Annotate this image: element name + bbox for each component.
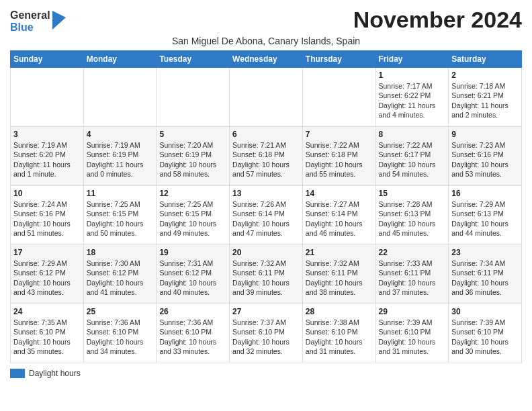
calendar-cell: 27Sunrise: 7:37 AM Sunset: 6:10 PM Dayli… [230,304,303,363]
day-info: Sunrise: 7:36 AM Sunset: 6:10 PM Dayligh… [87,318,154,356]
calendar-cell [230,68,303,127]
calendar-cell: 19Sunrise: 7:31 AM Sunset: 6:12 PM Dayli… [157,245,230,304]
legend-label: Daylight hours [29,369,81,378]
day-number: 24 [13,307,81,316]
weekday-header-friday: Friday [375,51,449,68]
calendar-cell: 22Sunrise: 7:33 AM Sunset: 6:11 PM Dayli… [375,245,449,304]
calendar-cell: 21Sunrise: 7:32 AM Sunset: 6:11 PM Dayli… [302,245,375,304]
weekday-header-sunday: Sunday [11,51,84,68]
calendar-cell: 1Sunrise: 7:17 AM Sunset: 6:22 PM Daylig… [375,68,449,127]
calendar-cell: 30Sunrise: 7:39 AM Sunset: 6:10 PM Dayli… [449,304,522,363]
day-info: Sunrise: 7:34 AM Sunset: 6:11 PM Dayligh… [451,259,519,297]
logo-icon [52,11,66,30]
day-number: 4 [87,130,154,139]
svg-marker-0 [52,11,66,30]
calendar-cell: 16Sunrise: 7:29 AM Sunset: 6:13 PM Dayli… [449,186,522,245]
day-info: Sunrise: 7:22 AM Sunset: 6:18 PM Dayligh… [306,140,373,179]
logo-general: General [10,9,50,21]
day-number: 28 [306,307,373,316]
legend: Daylight hours [10,369,522,378]
calendar-cell: 14Sunrise: 7:27 AM Sunset: 6:14 PM Dayli… [302,186,375,245]
day-number: 7 [306,130,373,139]
day-info: Sunrise: 7:22 AM Sunset: 6:17 PM Dayligh… [379,140,446,179]
day-number: 1 [379,71,446,80]
calendar-cell: 29Sunrise: 7:39 AM Sunset: 6:10 PM Dayli… [375,304,449,363]
logo: General Blue [10,9,66,33]
calendar-table: SundayMondayTuesdayWednesdayThursdayFrid… [10,50,522,363]
day-info: Sunrise: 7:31 AM Sunset: 6:12 PM Dayligh… [159,259,226,297]
day-number: 6 [232,130,300,139]
day-info: Sunrise: 7:35 AM Sunset: 6:10 PM Dayligh… [13,318,81,356]
day-number: 2 [451,71,519,80]
day-info: Sunrise: 7:23 AM Sunset: 6:16 PM Dayligh… [451,140,519,179]
calendar-cell: 2Sunrise: 7:18 AM Sunset: 6:21 PM Daylig… [449,68,522,127]
day-number: 10 [13,189,81,198]
calendar-cell: 9Sunrise: 7:23 AM Sunset: 6:16 PM Daylig… [449,127,522,186]
logo-blue: Blue [10,21,50,34]
day-info: Sunrise: 7:36 AM Sunset: 6:10 PM Dayligh… [159,318,226,356]
calendar-cell: 24Sunrise: 7:35 AM Sunset: 6:10 PM Dayli… [11,304,84,363]
day-number: 12 [159,189,226,198]
weekday-header-wednesday: Wednesday [230,51,303,68]
calendar-cell: 15Sunrise: 7:28 AM Sunset: 6:13 PM Dayli… [375,186,449,245]
day-number: 11 [87,189,154,198]
day-number: 3 [13,130,81,139]
day-info: Sunrise: 7:24 AM Sunset: 6:16 PM Dayligh… [13,199,81,238]
day-info: Sunrise: 7:39 AM Sunset: 6:10 PM Dayligh… [379,318,446,356]
day-info: Sunrise: 7:17 AM Sunset: 6:22 PM Dayligh… [379,81,446,120]
day-info: Sunrise: 7:28 AM Sunset: 6:13 PM Dayligh… [379,199,446,238]
day-info: Sunrise: 7:38 AM Sunset: 6:10 PM Dayligh… [306,318,373,356]
day-number: 29 [379,307,446,316]
calendar-cell: 3Sunrise: 7:19 AM Sunset: 6:20 PM Daylig… [11,127,84,186]
calendar-cell: 7Sunrise: 7:22 AM Sunset: 6:18 PM Daylig… [302,127,375,186]
week-row-2: 3Sunrise: 7:19 AM Sunset: 6:20 PM Daylig… [11,127,522,186]
day-number: 8 [379,130,446,139]
calendar-cell [11,68,84,127]
calendar-cell: 10Sunrise: 7:24 AM Sunset: 6:16 PM Dayli… [11,186,84,245]
day-info: Sunrise: 7:19 AM Sunset: 6:20 PM Dayligh… [13,140,81,179]
day-number: 14 [306,189,373,198]
weekday-header-row: SundayMondayTuesdayWednesdayThursdayFrid… [11,51,522,68]
day-info: Sunrise: 7:30 AM Sunset: 6:12 PM Dayligh… [87,259,154,297]
weekday-header-thursday: Thursday [302,51,375,68]
day-info: Sunrise: 7:39 AM Sunset: 6:10 PM Dayligh… [451,318,519,356]
day-info: Sunrise: 7:29 AM Sunset: 6:13 PM Dayligh… [451,199,519,238]
header: General Blue November 2024 [10,7,522,33]
calendar-cell: 4Sunrise: 7:19 AM Sunset: 6:19 PM Daylig… [83,127,157,186]
calendar-cell: 6Sunrise: 7:21 AM Sunset: 6:18 PM Daylig… [230,127,303,186]
calendar-cell: 23Sunrise: 7:34 AM Sunset: 6:11 PM Dayli… [449,245,522,304]
legend-color-box [10,369,25,378]
day-info: Sunrise: 7:18 AM Sunset: 6:21 PM Dayligh… [451,81,519,120]
calendar-cell: 8Sunrise: 7:22 AM Sunset: 6:17 PM Daylig… [375,127,449,186]
day-number: 17 [13,248,81,257]
calendar-cell: 25Sunrise: 7:36 AM Sunset: 6:10 PM Dayli… [83,304,157,363]
weekday-header-tuesday: Tuesday [157,51,230,68]
day-info: Sunrise: 7:25 AM Sunset: 6:15 PM Dayligh… [87,199,154,238]
calendar-cell: 28Sunrise: 7:38 AM Sunset: 6:10 PM Dayli… [302,304,375,363]
weekday-header-saturday: Saturday [449,51,522,68]
day-number: 27 [232,307,300,316]
day-info: Sunrise: 7:19 AM Sunset: 6:19 PM Dayligh… [87,140,154,179]
day-number: 13 [232,189,300,198]
day-info: Sunrise: 7:25 AM Sunset: 6:15 PM Dayligh… [159,199,226,238]
day-info: Sunrise: 7:33 AM Sunset: 6:11 PM Dayligh… [379,259,446,297]
day-number: 9 [451,130,519,139]
day-info: Sunrise: 7:26 AM Sunset: 6:14 PM Dayligh… [232,199,300,238]
day-number: 18 [87,248,154,257]
day-info: Sunrise: 7:37 AM Sunset: 6:10 PM Dayligh… [232,318,300,356]
week-row-5: 24Sunrise: 7:35 AM Sunset: 6:10 PM Dayli… [11,304,522,363]
calendar-cell: 20Sunrise: 7:32 AM Sunset: 6:11 PM Dayli… [230,245,303,304]
day-number: 30 [451,307,519,316]
day-number: 22 [379,248,446,257]
calendar-cell: 11Sunrise: 7:25 AM Sunset: 6:15 PM Dayli… [83,186,157,245]
day-number: 19 [159,248,226,257]
day-number: 16 [451,189,519,198]
day-number: 15 [379,189,446,198]
day-number: 21 [306,248,373,257]
calendar-cell [302,68,375,127]
day-number: 20 [232,248,300,257]
calendar-cell: 13Sunrise: 7:26 AM Sunset: 6:14 PM Dayli… [230,186,303,245]
weekday-header-monday: Monday [83,51,157,68]
subtitle: San Miguel De Abona, Canary Islands, Spa… [10,36,522,46]
week-row-1: 1Sunrise: 7:17 AM Sunset: 6:22 PM Daylig… [11,68,522,127]
